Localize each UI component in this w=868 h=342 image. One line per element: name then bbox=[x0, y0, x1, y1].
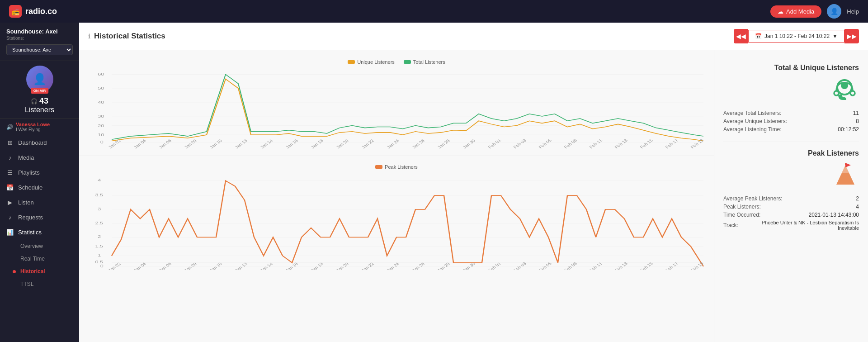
svg-text:📻: 📻 bbox=[12, 8, 20, 16]
date-range-text: Jan 1 10:22 - Feb 24 10:22 bbox=[764, 33, 830, 39]
listeners-row: 🎧 43 bbox=[6, 96, 73, 106]
svg-text:30: 30 bbox=[98, 114, 104, 119]
svg-text:Jan 14: Jan 14 bbox=[259, 138, 274, 149]
sidebar-item-ttsl[interactable]: TTSL bbox=[0, 278, 79, 290]
time-occurred-row: Time Occurred: 2021-01-13 14:43:00 bbox=[723, 212, 859, 218]
charts-right: Total & Unique Listeners A bbox=[714, 50, 868, 342]
chart-legend: Unique Listeners Total Listeners bbox=[86, 59, 707, 65]
sidebar-item-label: Dashboard bbox=[18, 139, 47, 146]
list-icon: ☰ bbox=[6, 169, 14, 176]
svg-text:Feb 11: Feb 11 bbox=[588, 138, 604, 149]
peak-legend-label: Peak Listeners bbox=[385, 164, 418, 170]
date-nav: ◀◀ 📅 Jan 1 10:22 - Feb 24 10:22 ▼ ▶▶ bbox=[734, 29, 859, 43]
peak-listeners-chart-section: Peak Listeners 4 3.5 3 2.5 2 1.5 1 0.5 0 bbox=[79, 160, 714, 274]
sidebar-item-label: Listen bbox=[18, 199, 34, 206]
now-playing-section: 👤 ON AIR 🎧 43 Listeners bbox=[0, 61, 79, 119]
sidebar-title: Soundhouse: Axel bbox=[6, 28, 73, 35]
svg-text:2.5: 2.5 bbox=[95, 220, 103, 225]
date-prev-button[interactable]: ◀◀ bbox=[734, 29, 748, 43]
charts-left: Unique Listeners Total Listeners 60 50 4… bbox=[79, 50, 714, 342]
svg-text:Jan 18: Jan 18 bbox=[310, 138, 325, 149]
svg-text:4: 4 bbox=[98, 178, 101, 182]
svg-text:3.5: 3.5 bbox=[95, 193, 103, 197]
peak-listeners-label: Peak Listeners: bbox=[723, 204, 761, 210]
svg-marker-89 bbox=[845, 163, 851, 167]
dashboard-icon: ⊞ bbox=[6, 139, 14, 146]
music-icon: ♪ bbox=[6, 154, 14, 161]
svg-text:Feb 17: Feb 17 bbox=[664, 138, 679, 149]
sidebar: Soundhouse: Axel Stations: Soundhouse: A… bbox=[0, 23, 79, 342]
active-dot bbox=[13, 270, 16, 273]
sidebar-item-label: Playlists bbox=[18, 169, 40, 176]
unique-legend-dot bbox=[348, 60, 355, 64]
svg-text:Feb 15: Feb 15 bbox=[639, 261, 654, 270]
sidebar-item-playlists[interactable]: ☰ Playlists bbox=[0, 165, 79, 180]
avg-total-row: Average Total Listeners: 11 bbox=[723, 110, 859, 116]
station-select[interactable]: Soundhouse: Axe bbox=[6, 44, 73, 55]
time-occurred-value: 2021-01-13 14:43:00 bbox=[809, 212, 859, 218]
date-next-button[interactable]: ▶▶ bbox=[844, 29, 859, 43]
total-legend-label: Total Listeners bbox=[413, 59, 445, 65]
avg-total-label: Average Total Listeners: bbox=[723, 110, 781, 116]
sidebar-item-label: Schedule bbox=[18, 184, 42, 191]
time-occurred-label: Time Occurred: bbox=[723, 212, 760, 218]
peak-panel-title: Peak Listeners bbox=[723, 149, 859, 157]
svg-text:Jan 26: Jan 26 bbox=[411, 138, 426, 149]
sidebar-item-media[interactable]: ♪ Media bbox=[0, 150, 79, 165]
svg-text:Feb 03: Feb 03 bbox=[512, 261, 528, 270]
add-media-button[interactable]: ☁ Add Media bbox=[770, 5, 821, 18]
svg-text:Jan 02: Jan 02 bbox=[107, 261, 122, 270]
svg-text:0: 0 bbox=[100, 139, 104, 144]
topbar-right: ☁ Add Media 👤 Help bbox=[770, 4, 859, 19]
svg-text:Jan 13: Jan 13 bbox=[234, 138, 249, 149]
track-value: Phoebe Unter & NK - Lesbian Separatism I… bbox=[750, 220, 859, 231]
svg-text:Jan 20: Jan 20 bbox=[335, 138, 350, 149]
total-legend-dot bbox=[404, 60, 411, 64]
total-unique-chart-section: Unique Listeners Total Listeners 60 50 4… bbox=[79, 55, 714, 156]
avg-time-label: Average Listening Time: bbox=[723, 126, 782, 133]
volume-icon: 🔊 bbox=[6, 124, 13, 130]
sidebar-item-historical[interactable]: Historical bbox=[0, 265, 79, 278]
peak-listeners-chart: 4 3.5 3 2.5 2 1.5 1 0.5 0 bbox=[86, 172, 707, 270]
stats-icon: 📊 bbox=[6, 229, 14, 236]
total-unique-stats-panel: Total & Unique Listeners A bbox=[723, 57, 859, 142]
sidebar-item-realtime[interactable]: Real Time bbox=[0, 252, 79, 265]
svg-text:Jan 28: Jan 28 bbox=[436, 138, 451, 149]
help-link[interactable]: Help bbox=[847, 8, 859, 15]
request-icon: ♪ bbox=[6, 214, 14, 221]
svg-text:Feb 03: Feb 03 bbox=[512, 138, 528, 149]
current-track-artist: Vanessa Lowe bbox=[16, 122, 50, 127]
avg-time-value: 00:12:52 bbox=[838, 126, 859, 133]
svg-text:Feb 01: Feb 01 bbox=[487, 138, 502, 149]
dot-empty bbox=[13, 245, 16, 248]
calendar-icon: 📅 bbox=[6, 184, 14, 191]
sidebar-item-schedule[interactable]: 📅 Schedule bbox=[0, 180, 79, 195]
user-avatar[interactable]: 👤 bbox=[827, 4, 841, 19]
svg-text:1.5: 1.5 bbox=[95, 244, 103, 248]
svg-text:Feb 05: Feb 05 bbox=[538, 261, 553, 270]
svg-text:Jan 16: Jan 16 bbox=[284, 138, 299, 149]
sidebar-item-label: Requests bbox=[18, 214, 43, 221]
sidebar-item-dashboard[interactable]: ⊞ Dashboard bbox=[0, 135, 79, 150]
svg-text:Jan 06: Jan 06 bbox=[158, 138, 173, 149]
svg-text:1: 1 bbox=[98, 253, 101, 257]
svg-text:Feb 08: Feb 08 bbox=[563, 138, 578, 149]
sidebar-item-statistics[interactable]: 📊 Statistics bbox=[0, 225, 79, 240]
peak-chart-legend: Peak Listeners bbox=[86, 164, 707, 170]
dot-empty bbox=[13, 283, 16, 286]
avg-unique-label: Average Unique Listeners: bbox=[723, 118, 787, 124]
logo-icon: 📻 bbox=[9, 5, 22, 18]
svg-text:Jan 24: Jan 24 bbox=[386, 138, 401, 149]
svg-text:Jan 22: Jan 22 bbox=[360, 261, 375, 270]
page-title: Historical Statistics bbox=[94, 32, 165, 41]
avg-time-row: Average Listening Time: 00:12:52 bbox=[723, 126, 859, 133]
svg-text:Jan 09: Jan 09 bbox=[183, 261, 198, 270]
info-icon: ℹ bbox=[88, 33, 90, 40]
track-row: Track: Phoebe Unter & NK - Lesbian Separ… bbox=[723, 220, 859, 231]
sidebar-item-label: Media bbox=[18, 154, 34, 161]
sidebar-item-overview[interactable]: Overview bbox=[0, 240, 79, 252]
stats-icon-wrap bbox=[723, 77, 859, 104]
sidebar-item-listen[interactable]: ▶ Listen bbox=[0, 195, 79, 210]
sidebar-item-requests[interactable]: ♪ Requests bbox=[0, 210, 79, 225]
peak-listeners-row: Peak Listeners: 4 bbox=[723, 204, 859, 210]
